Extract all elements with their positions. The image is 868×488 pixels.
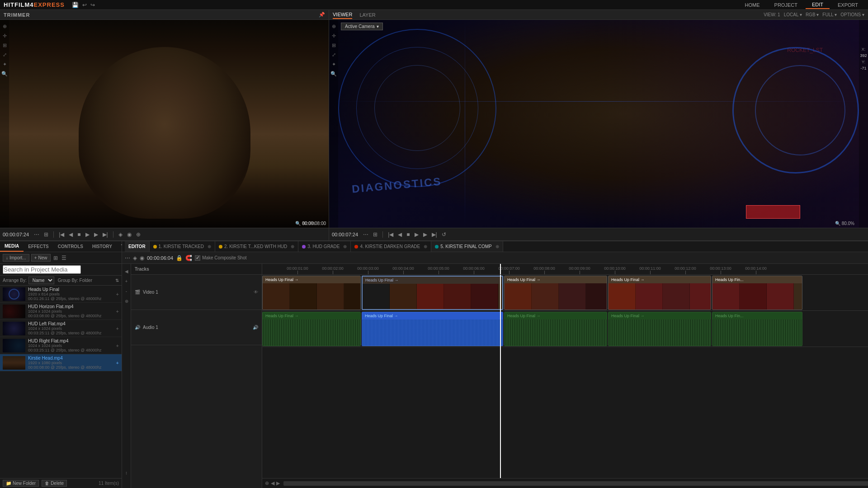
tab-history[interactable]: HISTORY [88, 241, 117, 252]
video-mute-icon[interactable]: 👁 [254, 290, 258, 295]
nav-project[interactable]: PROJECT [768, 1, 804, 9]
viewer-go-start[interactable]: |◀ [387, 230, 395, 239]
audio-clip[interactable]: Heads Up Final → [608, 312, 711, 346]
media-item[interactable]: Heads Up Final 1920 x 814 pixels 00:01:2… [0, 286, 122, 303]
trim-insert[interactable]: ⊕ [135, 230, 142, 239]
editor-tab[interactable]: EDITOR [125, 241, 150, 252]
viewer-tool-4[interactable]: ⤢ [332, 52, 336, 58]
tl-btn-3[interactable]: ▶ [276, 480, 280, 486]
viewer-options[interactable]: ⋯ [362, 230, 370, 239]
audio-clip[interactable]: Heads Up Final → [504, 312, 607, 346]
new-button[interactable]: + New [31, 254, 51, 262]
trim-prev-frame[interactable]: ◀ [67, 230, 74, 239]
st-btn-4[interactable]: ⊕ [123, 297, 130, 305]
media-item-add-icon[interactable]: + [116, 309, 119, 314]
comp-tab-5[interactable]: 5. KIRSTIE FINAL COMP ⊕ [431, 241, 503, 252]
trim-mark-out[interactable]: ◉ [126, 230, 133, 239]
et-marker2[interactable]: ◉ [140, 255, 144, 261]
viewer-tool-3[interactable]: ⊞ [332, 42, 336, 48]
video-clip-active[interactable]: Heads Up Final → [362, 276, 503, 310]
viewer-next[interactable]: ▶ [422, 230, 429, 239]
video-clip[interactable]: Heads Up Fin... [712, 276, 802, 310]
audio-clip[interactable]: Heads Up Final → [262, 312, 361, 346]
comp-tab-4[interactable]: 4. KIRSTIE DARKEN GRADE ⊕ [351, 241, 431, 252]
make-composite-button[interactable]: ✓ Make Composite Shot [195, 255, 246, 261]
trim-stop[interactable]: ■ [76, 230, 82, 239]
trim-tool-1[interactable]: ⊕ [3, 23, 7, 29]
media-item[interactable]: HUD Left Flat.mp4 1024 x 1024 pixels 00:… [0, 320, 122, 337]
nav-export[interactable]: EXPORT [831, 1, 864, 9]
et-lock[interactable]: 🔒 [176, 255, 183, 261]
comp-close-5[interactable]: ⊕ [495, 244, 499, 249]
comp-close-2[interactable]: ⊕ [291, 244, 294, 249]
local-label[interactable]: LOCAL ▾ [784, 12, 802, 17]
sort-icon[interactable]: ⇅ [115, 278, 119, 283]
viewer-fullscreen[interactable]: ⊞ [372, 230, 379, 239]
nav-edit[interactable]: EDIT [806, 1, 830, 9]
tab-layer[interactable]: LAYER [359, 11, 375, 19]
nav-home[interactable]: HOME [739, 1, 766, 9]
viewer-prev[interactable]: ◀ [396, 230, 403, 239]
tab-controls[interactable]: CONTROLS [53, 241, 88, 252]
et-timecode[interactable]: 00:00:06:04 [147, 255, 173, 261]
viewer-play[interactable]: ▶ [413, 230, 420, 239]
new-folder-button[interactable]: 📁 New Folder [3, 480, 39, 487]
trim-tool-5[interactable]: ✦ [3, 61, 7, 67]
delete-button[interactable]: 🗑 Delete [42, 480, 67, 487]
trim-next-frame[interactable]: ▶ [93, 230, 99, 239]
composite-checkbox[interactable]: ✓ [195, 255, 200, 261]
comp-close-4[interactable]: ⊕ [424, 244, 427, 249]
viewer-tool-5[interactable]: ✦ [332, 61, 336, 67]
audio-clip[interactable]: Heads Up Fin... [712, 312, 802, 346]
media-item-add-icon[interactable]: + [116, 326, 119, 331]
comp-close-1[interactable]: ⊕ [208, 244, 211, 249]
redo-icon[interactable]: ↪ [90, 2, 95, 8]
options-label[interactable]: OPTIONS ▾ [840, 12, 864, 17]
trim-tool-3[interactable]: ⊞ [3, 42, 7, 48]
viewer-loop[interactable]: ↺ [440, 230, 448, 239]
search-input[interactable] [3, 265, 81, 274]
rgb-label[interactable]: RGB ▾ [806, 12, 819, 17]
full-label[interactable]: FULL ▾ [822, 12, 837, 17]
grid-view-icon[interactable]: ⊞ [52, 254, 59, 262]
st-btn-5[interactable]: ↕ [123, 469, 130, 476]
pin-icon[interactable]: 📌 [319, 12, 325, 18]
viewer-tool-6[interactable]: 🔍 [330, 71, 337, 77]
tab-media[interactable]: MEDIA [0, 241, 24, 252]
active-camera-button[interactable]: Active Camera ▾ [341, 23, 383, 30]
media-item-add-icon[interactable]: + [116, 291, 119, 297]
audio-mute-icon[interactable]: 🔊 [253, 325, 258, 330]
media-item-add-icon[interactable]: + [116, 360, 119, 366]
et-snap[interactable]: 🧲 [185, 255, 192, 261]
viewer-tool-2[interactable]: ✛ [332, 33, 336, 39]
list-view-icon[interactable]: ☰ [61, 254, 67, 262]
timeline-ruler[interactable]: 00:00:01:00 00:00:02:00 00:00:03:00 00:0… [262, 264, 868, 275]
st-btn-1[interactable]: ◀ [123, 267, 130, 275]
trim-tool-4[interactable]: ⤢ [3, 52, 7, 58]
media-item[interactable]: HUD Horizon Flat.mp4 1024 x 1024 pixels … [0, 303, 122, 320]
media-item[interactable]: HUD Right Flat.mp4 1024 x 1024 pixels 00… [0, 337, 122, 354]
comp-tab-3[interactable]: 3. HUD GRADE ⊕ [298, 241, 351, 252]
trim-fullscreen[interactable]: ⊞ [42, 230, 50, 239]
undo-icon[interactable]: ↩ [82, 2, 87, 8]
tab-effects[interactable]: EFFECTS [24, 241, 53, 252]
save-icon[interactable]: 💾 [72, 2, 79, 8]
st-btn-2[interactable]: + [123, 277, 130, 285]
trim-play[interactable]: ▶ [84, 230, 91, 239]
comp-close-3[interactable]: ⊕ [343, 244, 347, 249]
tab-viewer[interactable]: VIEWER [333, 11, 352, 19]
import-button[interactable]: ↓ Import... [3, 254, 29, 262]
et-marker[interactable]: ◈ [133, 255, 137, 261]
tl-btn-1[interactable]: ⊕ [265, 480, 269, 486]
trim-tool-2[interactable]: ✛ [3, 33, 7, 39]
trim-play-options[interactable]: ⋯ [33, 230, 41, 239]
media-item-add-icon[interactable]: + [116, 343, 119, 348]
audio-clip-active[interactable]: Heads Up Final → [362, 312, 503, 346]
video-clip[interactable]: Heads Up Final → [608, 276, 711, 310]
trim-go-end[interactable]: ▶| [101, 230, 109, 239]
tl-btn-2[interactable]: ◀ [271, 480, 274, 486]
trim-tool-6[interactable]: 🔍 [1, 71, 8, 77]
trim-go-start[interactable]: |◀ [57, 230, 66, 239]
et-options[interactable]: ⋯ [125, 255, 130, 261]
st-btn-3[interactable]: - [123, 287, 130, 295]
